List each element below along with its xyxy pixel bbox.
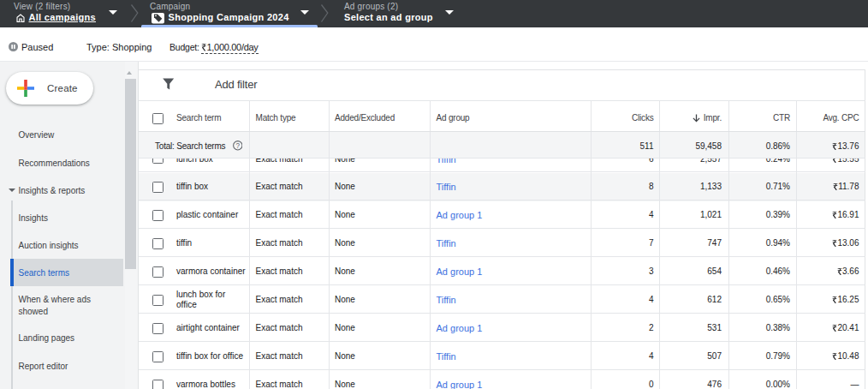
svg-text:?: ? xyxy=(235,142,240,150)
